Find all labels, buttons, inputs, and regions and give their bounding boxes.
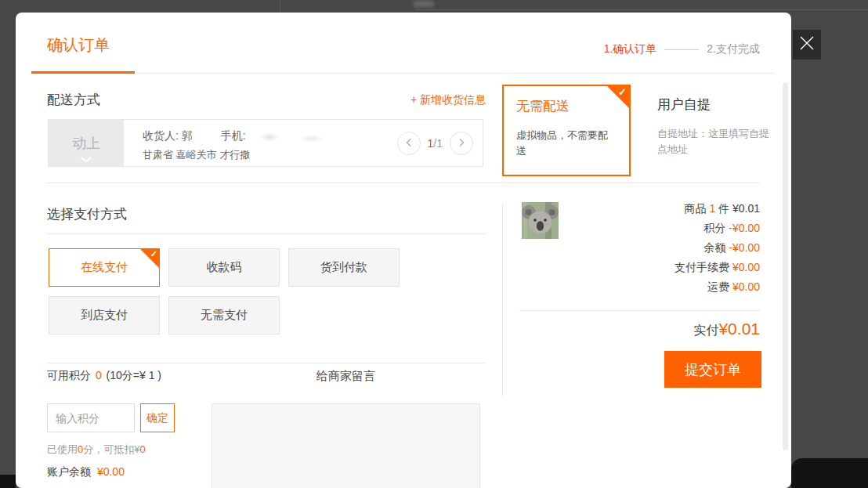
payment-method-label: 货到付款 [320, 260, 367, 275]
address-page-total: /1 [433, 137, 443, 150]
delivery-option-self-pickup[interactable]: 用户自提 自提地址：这里填写自提点地址 [645, 85, 776, 176]
merchant-message-textarea[interactable] [212, 403, 480, 488]
page-title: 确认订单 [47, 34, 110, 56]
points-deduct-value: 0 [139, 443, 145, 455]
points-used-line: 已使用0分，可抵扣¥0 [47, 443, 146, 457]
page-background: 确认订单 1.确认订单 2.支付完成 配送方式 + 新增收货信息 动上 收货人:… [0, 0, 868, 488]
address-pagination: 1/1 [397, 120, 483, 166]
item-label: 商品 [684, 202, 706, 215]
step-confirm-order: 1.确认订单 [604, 42, 657, 56]
payment-method-label: 收款码 [207, 260, 242, 275]
address-info: 收货人: 郭 手机: 甘肃省 嘉峪关市 才行撒 [124, 120, 397, 166]
address-tag-dropdown[interactable]: 动上 [49, 120, 124, 166]
active-tab-underline [31, 71, 135, 74]
summary-row-points: 积分 -¥0.00 [525, 219, 760, 238]
account-balance-line: 账户余额 ¥0.00 [47, 465, 125, 479]
phone-number-redacted [251, 128, 367, 145]
summary-item-row: 商品 1 件 ¥0.01 [525, 199, 760, 219]
chevron-left-icon [404, 136, 414, 150]
step-payment-done: 2.支付完成 [707, 42, 760, 56]
background-artifact-line [280, 0, 280, 13]
step-separator-line [664, 49, 699, 50]
summary-value: ¥0.00 [732, 280, 760, 293]
submit-order-button[interactable]: 提交订单 [664, 351, 761, 388]
column-divider [502, 203, 503, 396]
delivery-option-title: 用户自提 [657, 96, 763, 114]
item-unit: 件 [718, 202, 729, 215]
confirm-order-modal: 确认订单 1.确认订单 2.支付完成 配送方式 + 新增收货信息 动上 收货人:… [16, 13, 791, 488]
points-confirm-button[interactable]: 确定 [140, 403, 175, 432]
summary-label: 运费 [707, 280, 729, 293]
points-used-middle: 分，可抵扣¥ [83, 443, 139, 455]
points-section-divider [47, 363, 486, 363]
points-label: 可用积分 [47, 369, 91, 381]
shipping-section-title: 配送方式 [47, 91, 100, 109]
background-artifact-dark [0, 475, 16, 488]
summary-value: -¥0.00 [729, 222, 760, 234]
address-tag-label: 动上 [72, 134, 100, 153]
background-artifact-dark [791, 458, 868, 488]
summary-label: 余额 [703, 241, 725, 254]
payment-section-title: 选择支付方式 [47, 205, 127, 223]
balance-label: 账户余额 [47, 465, 91, 478]
balance-value: ¥0.00 [97, 465, 125, 478]
payment-method-label: 在线支付 [81, 260, 128, 275]
payment-method-label: 无需支付 [201, 308, 248, 323]
next-address-button[interactable] [450, 132, 473, 155]
summary-row-fee: 支付手续费 ¥0.00 [525, 258, 760, 277]
address-page-indicator: 1/1 [428, 137, 443, 150]
total-label: 实付 [693, 324, 718, 337]
payment-method-online[interactable]: ✓ 在线支付 [49, 248, 160, 287]
chevron-right-icon [457, 136, 466, 150]
summary-value: ¥0.00 [732, 261, 760, 273]
checkout-steps: 1.确认订单 2.支付完成 [604, 42, 760, 56]
phone-label: 手机: [221, 129, 246, 143]
payment-method-label: 到店支付 [81, 308, 128, 323]
header-divider [31, 73, 774, 74]
receiver-name: 收货人: 郭 [143, 129, 193, 143]
points-used-prefix: 已使用 [47, 443, 78, 455]
delivery-option-desc: 虚拟物品，不需要配送 [516, 128, 617, 159]
summary-divider [519, 310, 760, 311]
payment-heading-divider [47, 233, 486, 234]
payment-method-qrcode[interactable]: 收款码 [168, 248, 280, 287]
item-price: ¥0.01 [732, 202, 760, 215]
summary-label: 支付手续费 [675, 261, 729, 273]
payment-method-instore[interactable]: 到店支付 [49, 296, 160, 334]
delivery-option-no-shipping[interactable]: ✓ 无需配送 虚拟物品，不需要配送 [502, 85, 631, 176]
background-artifact-text [414, 1, 434, 7]
points-rate: (10分=¥ 1 ) [107, 369, 161, 381]
section-divider [47, 183, 760, 183]
delivery-option-desc: 自提地址：这里填写自提点地址 [657, 126, 775, 157]
total-value: ¥0.01 [718, 320, 760, 338]
chevron-down-icon [81, 157, 92, 163]
background-artifact-line [415, 9, 868, 10]
close-icon [799, 35, 815, 54]
delivery-option-title: 无需配送 [516, 97, 617, 115]
points-available-value: 0 [96, 369, 102, 381]
item-qty: 1 [709, 202, 715, 215]
summary-value: -¥0.00 [729, 241, 760, 254]
payment-method-cod[interactable]: 货到付款 [288, 248, 400, 287]
summary-row-balance: 余额 -¥0.00 [525, 238, 760, 258]
add-address-link[interactable]: + 新增收货信息 [410, 93, 486, 107]
scrollbar-thumb[interactable] [783, 82, 788, 450]
prev-address-button[interactable] [397, 132, 421, 155]
summary-label: 积分 [703, 222, 725, 234]
payment-method-none[interactable]: 无需支付 [168, 296, 280, 334]
summary-row-shipping-fee: 运费 ¥0.00 [525, 277, 760, 297]
address-card[interactable]: 动上 收货人: 郭 手机: 甘肃省 嘉峪关市 才行撒 [48, 119, 483, 167]
order-summary: 商品 1 件 ¥0.01 积分 -¥0.00 余额 -¥0.00 支付手续费 ¥… [525, 199, 760, 297]
merchant-message-label: 给商家留言 [212, 369, 480, 384]
check-icon: ✓ [150, 249, 157, 259]
points-input[interactable] [47, 403, 135, 432]
close-button[interactable] [793, 30, 821, 60]
total-line: 实付¥0.01 [693, 320, 760, 339]
address-region: 甘肃省 嘉峪关市 才行撒 [143, 148, 397, 162]
check-icon: ✓ [618, 86, 627, 98]
points-available-line: 可用积分 0 (10分=¥ 1 ) [47, 369, 161, 383]
